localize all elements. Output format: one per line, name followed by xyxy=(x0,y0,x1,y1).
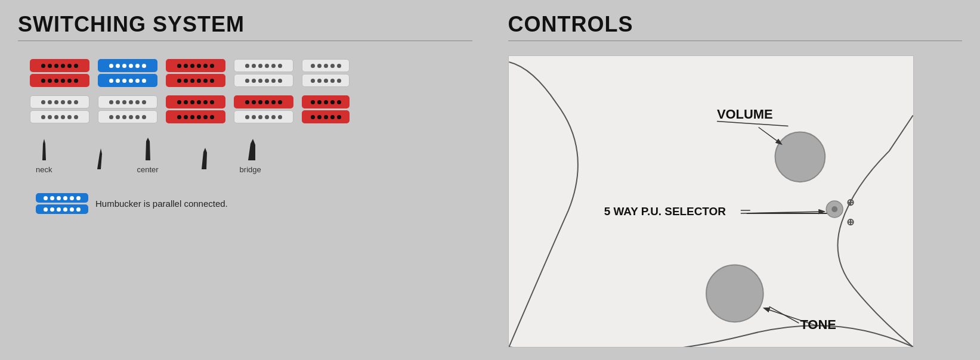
bridge-label: bridge xyxy=(240,165,261,174)
dot xyxy=(271,79,276,83)
pos3-bar-bot xyxy=(166,74,225,87)
svg-line-11 xyxy=(716,122,788,126)
dot xyxy=(67,64,72,68)
dot xyxy=(317,115,321,119)
switching-system-panel: SWITCHING SYSTEM xyxy=(0,0,490,360)
selector-positions-row: neck center xyxy=(30,134,460,178)
dot xyxy=(135,100,140,104)
controls-title: CONTROLS xyxy=(508,12,963,37)
volume-knob xyxy=(775,132,825,182)
dot xyxy=(50,196,54,200)
svg-marker-1 xyxy=(97,148,102,169)
svg-marker-2 xyxy=(146,138,150,160)
dot xyxy=(54,100,58,104)
svg-text:⊕: ⊕ xyxy=(846,217,854,227)
blade-bridge-icon xyxy=(242,138,259,160)
dot xyxy=(337,79,341,83)
pickup-row-1 xyxy=(30,59,460,87)
dot xyxy=(122,79,126,83)
dot xyxy=(184,100,188,104)
dot xyxy=(177,115,181,119)
dot xyxy=(116,79,120,83)
dot xyxy=(57,207,61,212)
dot xyxy=(197,79,201,83)
dot xyxy=(278,115,282,119)
dot xyxy=(330,100,335,104)
dot xyxy=(122,115,126,119)
dot xyxy=(203,100,208,104)
dot xyxy=(74,64,78,68)
dot xyxy=(116,100,120,104)
dot xyxy=(135,79,140,83)
dot xyxy=(258,100,262,104)
dot xyxy=(50,207,54,212)
dot xyxy=(203,64,208,68)
dot xyxy=(252,64,256,68)
legend-text: Humbucker is parallel connected. xyxy=(95,198,228,209)
r2-pos5 xyxy=(302,95,350,123)
neck-label: neck xyxy=(36,165,52,174)
right-divider xyxy=(508,41,963,41)
dot xyxy=(337,115,341,119)
dot xyxy=(67,79,72,83)
svg-text:⊕: ⊕ xyxy=(846,197,854,207)
dot xyxy=(190,79,194,83)
dot xyxy=(142,64,146,68)
dot xyxy=(41,79,45,83)
dot xyxy=(41,115,45,119)
selector-pos-4 xyxy=(197,147,210,174)
dot xyxy=(61,100,65,104)
selector-pos-bridge: bridge xyxy=(240,138,261,174)
dot xyxy=(265,79,269,83)
dot xyxy=(311,115,315,119)
left-divider xyxy=(18,41,472,41)
controls-diagram: ⊕ ⊕ VOLUME 5 WAY P.U. SELECTOR TONE xyxy=(508,55,914,347)
dot xyxy=(67,100,72,104)
pos4-pickup xyxy=(234,59,293,87)
dot xyxy=(184,115,188,119)
legend-blue-bot xyxy=(36,204,88,214)
dot xyxy=(252,115,256,119)
dot xyxy=(61,115,65,119)
dot xyxy=(177,100,181,104)
dot xyxy=(311,79,315,83)
tone-label: TONE xyxy=(800,317,836,332)
dot xyxy=(116,64,120,68)
dot xyxy=(129,79,133,83)
dot xyxy=(197,64,201,68)
center-label: center xyxy=(137,165,158,174)
dot xyxy=(265,115,269,119)
r2-p4-bot xyxy=(234,110,293,123)
dot xyxy=(210,115,214,119)
dot xyxy=(324,115,328,119)
switching-content: neck center xyxy=(18,53,472,220)
dot xyxy=(48,79,52,83)
dot xyxy=(67,115,72,119)
dot xyxy=(44,196,48,200)
blade-neck-icon xyxy=(38,138,51,160)
dot xyxy=(54,79,58,83)
dot xyxy=(70,196,74,200)
pos2-humbucker xyxy=(98,59,157,87)
dot xyxy=(177,64,181,68)
neck-humbucker xyxy=(30,59,89,87)
dot xyxy=(48,100,52,104)
dot xyxy=(330,64,335,68)
r2-p1-bot xyxy=(30,110,89,123)
dot xyxy=(109,79,113,83)
dot xyxy=(135,64,140,68)
dot xyxy=(210,100,214,104)
dot xyxy=(41,100,45,104)
dot xyxy=(317,79,321,83)
blade-pos2-icon xyxy=(94,147,107,169)
r2-pos3 xyxy=(166,95,225,123)
dot xyxy=(190,100,194,104)
dot xyxy=(245,64,249,68)
dot xyxy=(265,64,269,68)
dot xyxy=(74,100,78,104)
pos2-bar-bot xyxy=(98,74,157,87)
dot xyxy=(61,64,65,68)
r2-pos4 xyxy=(234,95,293,123)
dot xyxy=(76,207,81,212)
selector-pos-center: center xyxy=(137,138,158,174)
